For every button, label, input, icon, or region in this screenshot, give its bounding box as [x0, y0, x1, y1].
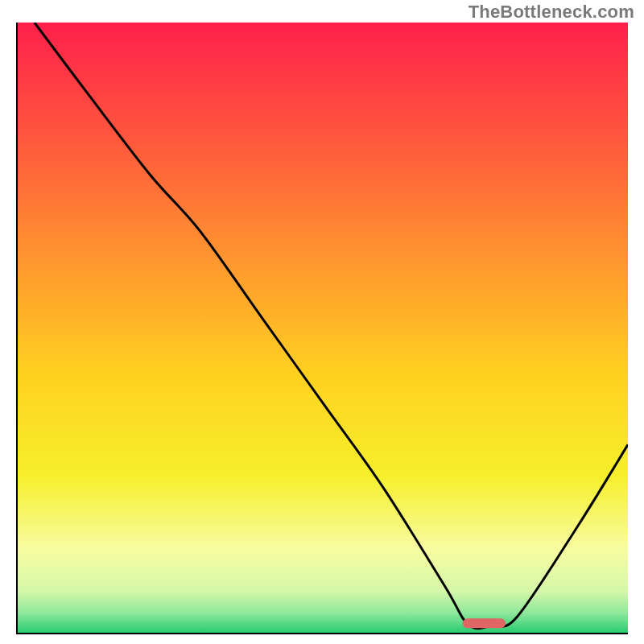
optimal-marker — [463, 618, 506, 628]
watermark-text: TheBottleneck.com — [469, 2, 634, 23]
chart-container: TheBottleneck.com — [0, 0, 644, 644]
chart-svg — [16, 23, 628, 634]
gradient-background — [16, 23, 628, 634]
plot-area — [16, 23, 628, 634]
